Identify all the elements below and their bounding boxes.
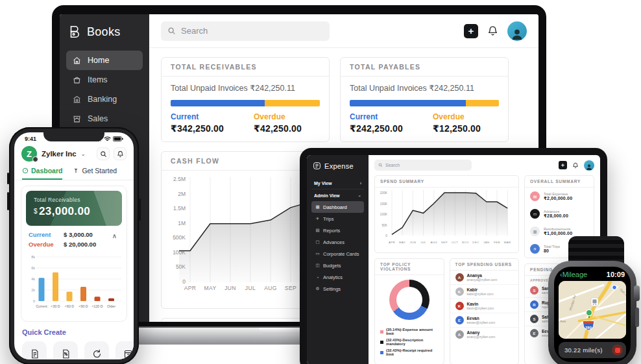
distance-value: 30.22 mile(s) xyxy=(564,346,603,354)
settings-icon: ⚙ xyxy=(315,286,320,291)
legend-item: (35.14%)-Expense amount limit xyxy=(380,328,439,335)
sidebar-item-settings[interactable]: ⚙ Settings xyxy=(311,283,364,295)
svg-text:DEC: DEC xyxy=(472,241,479,244)
nav-group-my-view[interactable]: My View › xyxy=(311,178,364,189)
avatar: E xyxy=(530,329,538,337)
card-title: TOP SPENDING USERS xyxy=(450,259,519,271)
svg-text:JUL: JUL xyxy=(420,241,426,244)
spend-summary-chart: APRMAYJUNJULAUGSEPOCTNOVDECJANFEBMAR200K… xyxy=(375,188,518,252)
sidebar-item-label: Trips xyxy=(323,216,333,222)
create-new-button[interactable]: + xyxy=(559,161,567,169)
svg-text:2.5M: 2.5M xyxy=(173,176,186,182)
sidebar-item-label: Items xyxy=(88,75,108,84)
svg-text:<30 D: <30 D xyxy=(51,304,60,308)
chevron-right-icon: › xyxy=(360,181,361,186)
back-button[interactable]: ‹Mileage xyxy=(560,271,587,278)
books-logo: Books xyxy=(67,25,141,39)
sidebar-item-budgets[interactable]: ◫ Budgets xyxy=(311,260,364,271)
svg-text:SEP: SEP xyxy=(285,285,296,291)
sidebar-item-label: Sales xyxy=(88,114,108,123)
quick-create-invoice[interactable]: Invoice xyxy=(22,341,47,359)
org-logo[interactable]: Z xyxy=(21,146,37,162)
quick-create-product[interactable]: Product xyxy=(115,341,134,359)
unpaid-invoices-text: Total Unpaid Invoices ₹242,250.11 xyxy=(171,83,320,93)
overdue-label: Overdue xyxy=(433,112,481,121)
bell-icon[interactable] xyxy=(572,162,579,169)
quick-create-subscription[interactable]: Subscription xyxy=(84,341,109,359)
donut-legend: (35.14%)-Expense amount limit (32.43%)-D… xyxy=(380,325,439,359)
legend-label: (35.14%)-Expense amount limit xyxy=(386,328,439,335)
dashboard-icon: ▦ xyxy=(315,204,320,210)
user-email: kavin@zylker.com xyxy=(467,306,494,310)
sidebar-item-corporate-cards[interactable]: ▭ Corporate Cards xyxy=(311,248,364,260)
bell-icon[interactable] xyxy=(487,25,498,36)
quick-create-estimate[interactable]: Estimate xyxy=(53,341,78,359)
svg-text:<60 D: <60 D xyxy=(65,304,74,308)
current-bar-segment xyxy=(171,100,265,106)
sidebar-item-advances[interactable]: ▢ Advances xyxy=(311,236,364,248)
stop-recording-button[interactable] xyxy=(612,345,623,356)
sidebar-item-home[interactable]: Home xyxy=(66,51,143,70)
list-item[interactable]: E Eevaneevan@zylker.com xyxy=(450,313,519,328)
user-avatar[interactable] xyxy=(507,21,527,41)
estimate-icon xyxy=(61,349,71,359)
group-label: My View xyxy=(314,181,332,186)
quick-create-section: Quick Create Invoice Estimate Subscripti… xyxy=(14,322,134,359)
search-button[interactable] xyxy=(97,147,110,160)
summary-item-advances: ▭ Advances₹28,000.00 xyxy=(525,205,594,223)
create-new-button[interactable]: + xyxy=(464,24,478,38)
svg-text:2k: 2k xyxy=(31,288,35,292)
receivables-split-bar xyxy=(171,100,320,106)
sidebar-item-label: Dashboard xyxy=(323,204,347,210)
map-graphic: Phelan Av Ave San Jose 280 xyxy=(559,281,626,339)
mileage-map[interactable]: Phelan Av Ave San Jose 280 xyxy=(559,281,626,339)
svg-text:AUG: AUG xyxy=(430,241,437,244)
battery-icon xyxy=(113,136,123,141)
list-item[interactable]: K Kavinkavin@zylker.com xyxy=(450,299,519,313)
search-icon xyxy=(100,151,107,158)
chevron-down-icon: ⌄ xyxy=(357,193,361,198)
summary-value: 80 xyxy=(544,249,560,253)
svg-text:FEB: FEB xyxy=(494,241,500,244)
search-input[interactable]: Search xyxy=(374,160,472,171)
sidebar-item-reports[interactable]: ▤ Reports xyxy=(311,224,364,236)
sidebar-item-analytics[interactable]: ◔ Analytics xyxy=(311,271,364,283)
expense-logo-icon xyxy=(313,162,321,170)
sidebar-item-label: Reports xyxy=(323,228,340,234)
notifications-button[interactable] xyxy=(114,147,127,160)
user-name: Anany xyxy=(467,330,496,335)
total-receivables-hero: Total Receivables $23,000.00 xyxy=(26,191,122,226)
sidebar-item-sales[interactable]: Sales xyxy=(66,109,143,128)
sidebar-item-items[interactable]: Items xyxy=(66,70,143,90)
phone-notch xyxy=(43,132,104,141)
svg-text:4k: 4k xyxy=(31,277,35,281)
svg-text:50K: 50K xyxy=(381,224,387,227)
collapse-chevron-icon[interactable]: ∧ xyxy=(110,231,119,241)
aging-summary: Current $ 3,000.00 Overdue $ 20,000.00 ∧ xyxy=(26,226,122,252)
sidebar-item-trips[interactable]: ✈ Trips xyxy=(311,213,364,224)
list-item[interactable]: A Ananyaananya@zylker.com xyxy=(450,271,519,285)
sidebar-item-dashboard[interactable]: ▦ Dashboard xyxy=(311,201,364,213)
legend-label: (32.43%)-Receipt required limit xyxy=(386,348,439,356)
org-name[interactable]: Zylker Inc xyxy=(42,150,77,158)
nav-group-admin-view[interactable]: Admin View ⌄ xyxy=(311,189,364,201)
expense-logo: Expense xyxy=(311,160,364,171)
app-title: Expense xyxy=(324,162,354,170)
overdue-label: Overdue xyxy=(254,112,302,121)
svg-text:<90 D: <90 D xyxy=(79,304,88,308)
user-email: anany@zylker.com xyxy=(467,335,496,339)
sidebar-item-banking[interactable]: Banking xyxy=(66,90,143,109)
avatar: K xyxy=(455,287,464,296)
spend-summary-card: SPEND SUMMARY APRMAYJUNJULAUGSEPOCTNOVDE… xyxy=(374,175,519,253)
user-avatar[interactable] xyxy=(584,160,594,171)
current-label: Current xyxy=(29,231,57,238)
list-item[interactable]: K Kabirkabir@zylker.com xyxy=(450,285,519,299)
start-pin xyxy=(586,309,592,315)
tab-get-started[interactable]: Get Started xyxy=(73,167,117,180)
list-item[interactable]: A Ananyanany@zylker.com xyxy=(450,328,519,341)
search-input[interactable]: Search xyxy=(161,21,330,41)
person-icon xyxy=(510,27,524,41)
summary-label: Reimbursements xyxy=(544,227,572,231)
overdue-bar-segment xyxy=(265,100,320,106)
tab-dashboard[interactable]: Dasboard xyxy=(22,167,62,180)
